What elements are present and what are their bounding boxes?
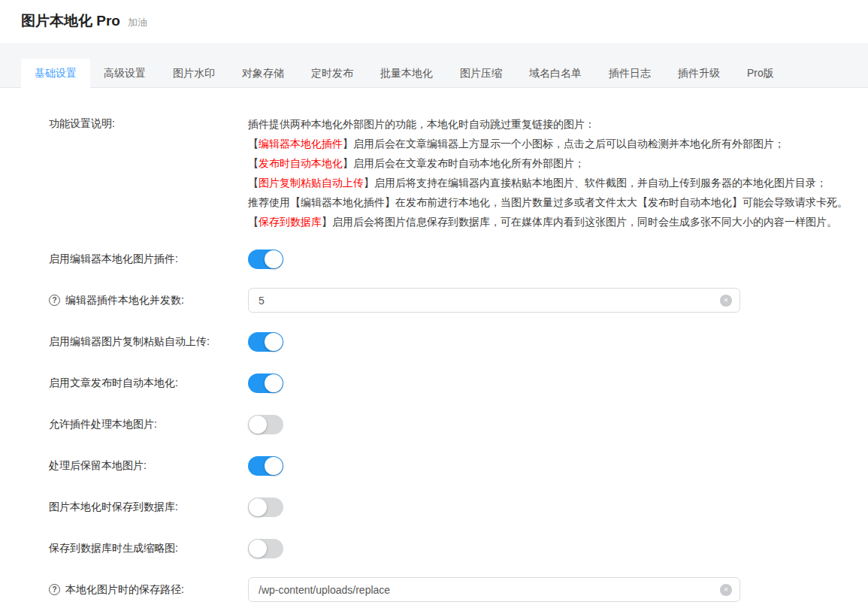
- highlighted-text: 编辑器本地化插件: [259, 138, 343, 150]
- toggle-knob: [249, 416, 267, 434]
- form-row-process-local-images: 允许插件处理本地图片:: [49, 412, 868, 437]
- save-to-database-toggle[interactable]: [248, 498, 283, 517]
- field-label: 图片本地化时保存到数据库:: [49, 501, 178, 514]
- save-path-input[interactable]: [248, 577, 740, 602]
- description-line: 插件提供两种本地化外部图片的功能，本地化时自动跳过重复链接的图片：: [248, 114, 848, 134]
- plain-text: 】启用后会在文章发布时自动本地化所有外部图片；: [343, 157, 585, 169]
- save-path-input-wrap: ×: [248, 577, 740, 602]
- keep-local-images-toggle[interactable]: [248, 456, 283, 476]
- generate-thumbnails-toggle[interactable]: [248, 539, 283, 558]
- tab-image-watermark[interactable]: 图片水印: [159, 59, 228, 88]
- toggle-knob: [249, 540, 267, 558]
- tab-domain-whitelist[interactable]: 域名白名单: [516, 59, 595, 88]
- tab-object-storage[interactable]: 对象存储: [228, 59, 298, 88]
- page-title: 图片本地化 Pro: [21, 13, 120, 29]
- highlighted-text: 保存到数据库: [259, 216, 322, 228]
- tab-batch-localize[interactable]: 批量本地化: [367, 59, 446, 88]
- field-label-col: 启用编辑器图片复制粘贴自动上传:: [49, 335, 248, 349]
- field-label: 允许插件处理本地图片:: [49, 418, 157, 431]
- plain-text: 】启用后将支持在编辑器内直接粘贴本地图片、软件截图，并自动上传到服务器的本地化图…: [364, 177, 827, 189]
- tab-basic-settings[interactable]: 基础设置: [21, 59, 90, 88]
- toggle-knob: [265, 250, 283, 268]
- field-label-col: 图片本地化时保存到数据库:: [49, 501, 248, 514]
- description-text: 插件提供两种本地化外部图片的功能，本地化时自动跳过重复链接的图片：【编辑器本地化…: [248, 114, 848, 231]
- field-label-col: ?本地化图片时的保存路径:: [49, 583, 248, 597]
- form-row-enable-paste-auto-upload: 启用编辑器图片复制粘贴自动上传:: [49, 329, 868, 354]
- tab-advanced-settings[interactable]: 高级设置: [90, 59, 159, 88]
- description-line: 【图片复制粘贴自动上传】启用后将支持在编辑器内直接粘贴本地图片、软件截图，并自动…: [248, 173, 848, 192]
- editor-concurrency-input-wrap: ×: [248, 288, 740, 313]
- form-row-enable-editor-localize: 启用编辑器本地化图片插件:: [49, 247, 868, 271]
- field-label-col: 启用编辑器本地化图片插件:: [49, 253, 248, 266]
- form-row-auto-localize-on-publish: 启用文章发布时自动本地化:: [49, 371, 868, 395]
- page-badge: 加油: [128, 17, 147, 28]
- description-line: 【发布时自动本地化】启用后会在文章发布时自动本地化所有外部图片；: [248, 153, 848, 173]
- plain-text: 【: [248, 216, 259, 228]
- plain-text: 插件提供两种本地化外部图片的功能，本地化时自动跳过重复链接的图片：: [248, 118, 595, 130]
- field-label-col: 保存到数据库时生成缩略图:: [49, 542, 248, 555]
- plain-text: 【: [248, 157, 259, 169]
- field-label: 处理后保留本地图片:: [49, 459, 147, 473]
- toggle-knob: [265, 333, 283, 351]
- field-label: 本地化图片时的保存路径:: [65, 583, 184, 597]
- plain-text: 推荐使用【编辑器本地化插件】在发布前进行本地化，当图片数量过多或者文件太大【发布…: [248, 196, 848, 208]
- plain-text: 【: [248, 177, 259, 189]
- help-icon[interactable]: ?: [49, 295, 60, 306]
- form-row-generate-thumbnails: 保存到数据库时生成缩略图:: [49, 536, 868, 561]
- description-block: 功能设置说明: 插件提供两种本地化外部图片的功能，本地化时自动跳过重复链接的图片…: [49, 114, 868, 231]
- tab-image-compression[interactable]: 图片压缩: [446, 59, 516, 88]
- enable-paste-auto-upload-toggle[interactable]: [248, 332, 283, 352]
- tab-scheduled-publish[interactable]: 定时发布: [298, 59, 367, 88]
- form-row-save-to-database: 图片本地化时保存到数据库:: [49, 495, 868, 519]
- tab-plugin-log[interactable]: 插件日志: [595, 59, 664, 88]
- process-local-images-toggle[interactable]: [248, 415, 283, 434]
- toggle-knob: [249, 498, 267, 516]
- form-row-keep-local-images: 处理后保留本地图片:: [49, 453, 868, 478]
- field-label: 启用编辑器本地化图片插件:: [49, 253, 178, 266]
- settings-panel: 功能设置说明: 插件提供两种本地化外部图片的功能，本地化时自动跳过重复链接的图片…: [0, 88, 868, 602]
- description-line: 【编辑器本地化插件】启用后会在文章编辑器上方显示一个小图标，点击之后可以自动检测…: [248, 134, 848, 153]
- auto-localize-on-publish-toggle[interactable]: [248, 374, 283, 393]
- toggle-knob: [265, 457, 283, 475]
- enable-editor-localize-toggle[interactable]: [248, 250, 283, 269]
- field-label-col: 处理后保留本地图片:: [49, 459, 248, 473]
- field-label: 编辑器插件本地化并发数:: [65, 294, 184, 307]
- toggle-knob: [265, 374, 283, 392]
- field-label-col: ?编辑器插件本地化并发数:: [49, 294, 248, 307]
- editor-concurrency-input[interactable]: [248, 288, 740, 313]
- field-label: 启用文章发布时自动本地化:: [49, 377, 178, 390]
- description-line: 推荐使用【编辑器本地化插件】在发布前进行本地化，当图片数量过多或者文件太大【发布…: [248, 192, 848, 212]
- field-label: 功能设置说明:: [49, 114, 248, 231]
- form-row-save-path: ?本地化图片时的保存路径:×: [49, 577, 868, 602]
- tab-plugin-upgrade[interactable]: 插件升级: [664, 59, 733, 88]
- page-header: 图片本地化 Pro加油: [0, 0, 868, 43]
- form-row-editor-concurrency: ?编辑器插件本地化并发数:×: [49, 288, 868, 313]
- field-label-col: 允许插件处理本地图片:: [49, 418, 248, 431]
- field-label-col: 启用文章发布时自动本地化:: [49, 377, 248, 390]
- plain-text: 】启用后会将图片信息保存到数据库，可在媒体库内看到这张图片，同时会生成多张不同大…: [322, 216, 837, 228]
- help-icon[interactable]: ?: [49, 584, 60, 595]
- field-label: 保存到数据库时生成缩略图:: [49, 542, 178, 555]
- plain-text: 【: [248, 138, 259, 150]
- clear-input-icon[interactable]: ×: [720, 584, 732, 596]
- form-rows: 启用编辑器本地化图片插件:?编辑器插件本地化并发数:×启用编辑器图片复制粘贴自动…: [49, 247, 868, 602]
- plain-text: 】启用后会在文章编辑器上方显示一个小图标，点击之后可以自动检测并本地化所有外部图…: [343, 138, 785, 150]
- highlighted-text: 发布时自动本地化: [259, 157, 343, 169]
- highlighted-text: 图片复制粘贴自动上传: [259, 177, 364, 189]
- clear-input-icon[interactable]: ×: [720, 295, 732, 307]
- tab-bar: 基础设置高级设置图片水印对象存储定时发布批量本地化图片压缩域名白名单插件日志插件…: [0, 43, 868, 88]
- tab-pro-version[interactable]: Pro版: [733, 59, 788, 88]
- field-label: 启用编辑器图片复制粘贴自动上传:: [49, 335, 210, 349]
- description-line: 【保存到数据库】启用后会将图片信息保存到数据库，可在媒体库内看到这张图片，同时会…: [248, 212, 848, 231]
